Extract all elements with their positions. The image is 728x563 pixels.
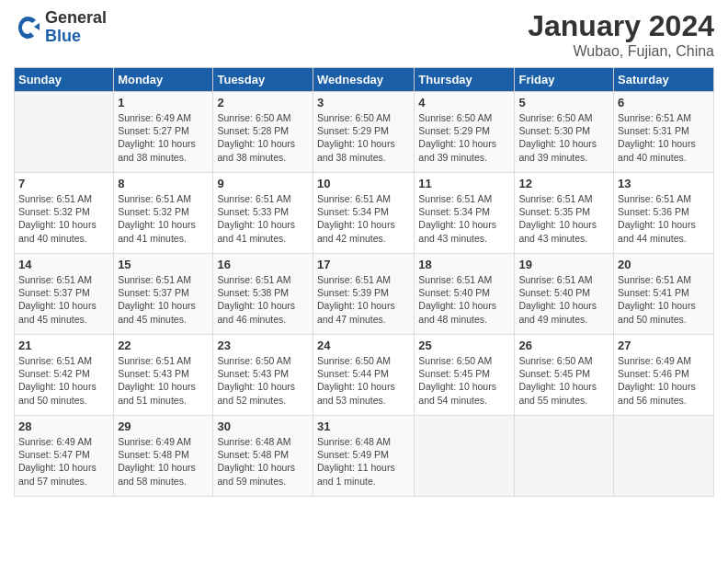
day-cell: 17Sunrise: 6:51 AM Sunset: 5:39 PM Dayli… <box>313 254 415 335</box>
header-day-tuesday: Tuesday <box>213 68 313 92</box>
day-number: 5 <box>518 96 609 109</box>
day-info: Sunrise: 6:51 AM Sunset: 5:34 PM Dayligh… <box>317 192 410 245</box>
day-cell: 7Sunrise: 6:51 AM Sunset: 5:32 PM Daylig… <box>15 173 114 254</box>
day-number: 24 <box>317 339 410 352</box>
day-cell <box>614 416 714 497</box>
day-cell: 16Sunrise: 6:51 AM Sunset: 5:38 PM Dayli… <box>213 254 313 335</box>
day-number: 4 <box>418 96 510 109</box>
day-number: 12 <box>518 177 609 190</box>
day-info: Sunrise: 6:50 AM Sunset: 5:28 PM Dayligh… <box>217 111 309 164</box>
header-day-sunday: Sunday <box>15 68 114 92</box>
day-cell: 25Sunrise: 6:50 AM Sunset: 5:45 PM Dayli… <box>415 335 515 416</box>
day-number: 15 <box>118 258 209 271</box>
day-number: 29 <box>118 419 209 433</box>
day-cell: 9Sunrise: 6:51 AM Sunset: 5:33 PM Daylig… <box>213 173 313 254</box>
day-number: 2 <box>217 96 309 109</box>
day-info: Sunrise: 6:51 AM Sunset: 5:36 PM Dayligh… <box>618 192 710 245</box>
main-container: General Blue January 2024 Wubao, Fujian,… <box>0 0 728 506</box>
day-number: 25 <box>418 339 510 352</box>
day-number: 31 <box>317 419 410 433</box>
header-day-thursday: Thursday <box>415 68 515 92</box>
week-row-4: 21Sunrise: 6:51 AM Sunset: 5:42 PM Dayli… <box>15 335 714 416</box>
day-cell: 18Sunrise: 6:51 AM Sunset: 5:40 PM Dayli… <box>415 254 515 335</box>
day-info: Sunrise: 6:51 AM Sunset: 5:35 PM Dayligh… <box>518 192 609 245</box>
day-cell: 6Sunrise: 6:51 AM Sunset: 5:31 PM Daylig… <box>614 92 714 173</box>
day-info: Sunrise: 6:51 AM Sunset: 5:34 PM Dayligh… <box>418 192 510 245</box>
day-cell: 31Sunrise: 6:48 AM Sunset: 5:49 PM Dayli… <box>313 416 415 497</box>
day-info: Sunrise: 6:50 AM Sunset: 5:29 PM Dayligh… <box>317 111 410 164</box>
day-cell <box>415 416 515 497</box>
day-cell: 1Sunrise: 6:49 AM Sunset: 5:27 PM Daylig… <box>114 92 213 173</box>
day-number: 17 <box>317 258 410 271</box>
day-cell: 20Sunrise: 6:51 AM Sunset: 5:41 PM Dayli… <box>614 254 714 335</box>
logo-general-text: General <box>45 9 107 28</box>
day-number: 1 <box>118 96 209 109</box>
day-number: 26 <box>518 339 609 352</box>
logo-icon <box>14 14 41 41</box>
location: Wubao, Fujian, China <box>528 43 714 60</box>
day-cell: 4Sunrise: 6:50 AM Sunset: 5:29 PM Daylig… <box>415 92 515 173</box>
day-cell: 14Sunrise: 6:51 AM Sunset: 5:37 PM Dayli… <box>15 254 114 335</box>
day-info: Sunrise: 6:50 AM Sunset: 5:43 PM Dayligh… <box>217 354 309 407</box>
day-info: Sunrise: 6:50 AM Sunset: 5:44 PM Dayligh… <box>317 354 410 407</box>
day-cell: 8Sunrise: 6:51 AM Sunset: 5:32 PM Daylig… <box>114 173 213 254</box>
day-info: Sunrise: 6:51 AM Sunset: 5:37 PM Dayligh… <box>118 273 209 326</box>
day-number: 27 <box>618 339 710 352</box>
day-number: 22 <box>118 339 209 352</box>
day-info: Sunrise: 6:50 AM Sunset: 5:29 PM Dayligh… <box>418 111 510 164</box>
day-info: Sunrise: 6:51 AM Sunset: 5:39 PM Dayligh… <box>317 273 410 326</box>
day-info: Sunrise: 6:49 AM Sunset: 5:27 PM Dayligh… <box>118 111 209 164</box>
day-info: Sunrise: 6:51 AM Sunset: 5:41 PM Dayligh… <box>618 273 710 326</box>
day-info: Sunrise: 6:51 AM Sunset: 5:40 PM Dayligh… <box>518 273 609 326</box>
header-day-wednesday: Wednesday <box>313 68 415 92</box>
header-row: SundayMondayTuesdayWednesdayThursdayFrid… <box>15 68 714 92</box>
day-cell: 15Sunrise: 6:51 AM Sunset: 5:37 PM Dayli… <box>114 254 213 335</box>
day-info: Sunrise: 6:51 AM Sunset: 5:43 PM Dayligh… <box>118 354 209 407</box>
day-cell: 23Sunrise: 6:50 AM Sunset: 5:43 PM Dayli… <box>213 335 313 416</box>
day-number: 11 <box>418 177 510 190</box>
day-cell: 13Sunrise: 6:51 AM Sunset: 5:36 PM Dayli… <box>614 173 714 254</box>
day-cell: 24Sunrise: 6:50 AM Sunset: 5:44 PM Dayli… <box>313 335 415 416</box>
day-cell: 19Sunrise: 6:51 AM Sunset: 5:40 PM Dayli… <box>515 254 614 335</box>
day-number: 8 <box>118 177 209 190</box>
day-info: Sunrise: 6:51 AM Sunset: 5:37 PM Dayligh… <box>18 273 109 326</box>
day-info: Sunrise: 6:51 AM Sunset: 5:33 PM Dayligh… <box>217 192 309 245</box>
day-cell <box>15 92 114 173</box>
week-row-3: 14Sunrise: 6:51 AM Sunset: 5:37 PM Dayli… <box>15 254 714 335</box>
day-cell: 21Sunrise: 6:51 AM Sunset: 5:42 PM Dayli… <box>15 335 114 416</box>
day-cell: 11Sunrise: 6:51 AM Sunset: 5:34 PM Dayli… <box>415 173 515 254</box>
day-cell: 26Sunrise: 6:50 AM Sunset: 5:45 PM Dayli… <box>515 335 614 416</box>
day-number: 30 <box>217 419 309 433</box>
day-number: 13 <box>618 177 710 190</box>
day-cell: 12Sunrise: 6:51 AM Sunset: 5:35 PM Dayli… <box>515 173 614 254</box>
day-number: 6 <box>618 96 710 109</box>
day-number: 21 <box>18 339 109 352</box>
day-info: Sunrise: 6:49 AM Sunset: 5:48 PM Dayligh… <box>118 435 209 488</box>
header-day-saturday: Saturday <box>614 68 714 92</box>
day-cell: 5Sunrise: 6:50 AM Sunset: 5:30 PM Daylig… <box>515 92 614 173</box>
logo: General Blue <box>14 9 107 46</box>
day-info: Sunrise: 6:48 AM Sunset: 5:48 PM Dayligh… <box>217 435 309 488</box>
day-info: Sunrise: 6:49 AM Sunset: 5:47 PM Dayligh… <box>18 435 109 488</box>
day-cell: 2Sunrise: 6:50 AM Sunset: 5:28 PM Daylig… <box>213 92 313 173</box>
day-number: 7 <box>18 177 109 190</box>
day-number: 16 <box>217 258 309 271</box>
day-number: 28 <box>18 419 109 433</box>
week-row-1: 1Sunrise: 6:49 AM Sunset: 5:27 PM Daylig… <box>15 92 714 173</box>
logo-text: General Blue <box>45 9 107 46</box>
day-info: Sunrise: 6:48 AM Sunset: 5:49 PM Dayligh… <box>317 435 410 488</box>
header: General Blue January 2024 Wubao, Fujian,… <box>14 9 714 60</box>
day-info: Sunrise: 6:51 AM Sunset: 5:40 PM Dayligh… <box>418 273 510 326</box>
header-day-friday: Friday <box>515 68 614 92</box>
day-info: Sunrise: 6:51 AM Sunset: 5:31 PM Dayligh… <box>618 111 710 164</box>
day-number: 20 <box>618 258 710 271</box>
day-cell <box>515 416 614 497</box>
day-number: 14 <box>18 258 109 271</box>
day-number: 18 <box>418 258 510 271</box>
day-number: 10 <box>317 177 410 190</box>
day-info: Sunrise: 6:51 AM Sunset: 5:32 PM Dayligh… <box>18 192 109 245</box>
logo-blue-text: Blue <box>45 28 107 46</box>
day-number: 19 <box>518 258 609 271</box>
day-cell: 10Sunrise: 6:51 AM Sunset: 5:34 PM Dayli… <box>313 173 415 254</box>
day-cell: 27Sunrise: 6:49 AM Sunset: 5:46 PM Dayli… <box>614 335 714 416</box>
